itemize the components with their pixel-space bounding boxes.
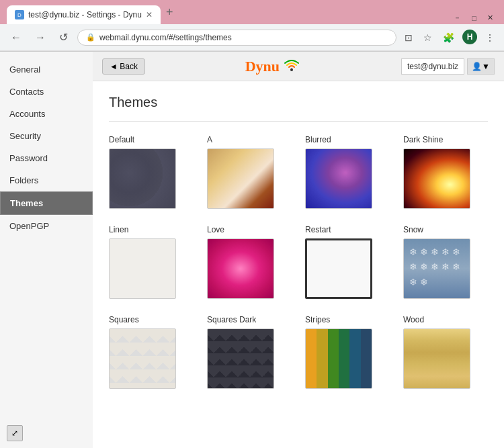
stripe-2 — [317, 329, 327, 388]
theme-snow-preview[interactable] — [403, 238, 470, 299]
theme-love-preview[interactable] — [207, 238, 274, 299]
theme-default[interactable]: Default — [109, 135, 194, 209]
theme-wood-label: Wood — [403, 315, 488, 324]
back-button[interactable]: ◄ Back — [102, 58, 145, 75]
theme-restart-preview[interactable] — [305, 238, 372, 299]
tab-bar: D test@dynu.biz - Settings - Dynu ✕ + － … — [0, 0, 504, 24]
content-area: Themes Default A Blurred — [93, 81, 504, 402]
user-avatar-icon: 👤▼ — [472, 62, 490, 71]
theme-restart-label: Restart — [305, 225, 390, 234]
theme-stripes-label: Stripes — [305, 315, 390, 324]
theme-squaresdark-label: Squares Dark — [207, 315, 292, 324]
stripe-6 — [361, 329, 372, 388]
profile-icon[interactable]: H — [462, 30, 477, 44]
active-tab[interactable]: D test@dynu.biz - Settings - Dynu ✕ — [7, 5, 161, 24]
sidebar-item-general[interactable]: General — [0, 58, 93, 81]
theme-snow-label: Snow — [403, 225, 488, 234]
theme-snow[interactable]: Snow — [403, 225, 488, 299]
brand-name: Dynu — [245, 58, 280, 75]
stripe-5 — [349, 329, 360, 388]
svg-point-0 — [290, 69, 293, 71]
reload-button[interactable]: ↺ — [55, 28, 72, 46]
theme-blurred-preview[interactable] — [305, 148, 372, 209]
theme-default-preview[interactable] — [109, 148, 176, 209]
brand-logo: Dynu — [245, 57, 301, 75]
minimize-button[interactable]: － — [450, 11, 465, 24]
user-area: test@dynu.biz 👤▼ — [401, 58, 495, 75]
divider — [109, 121, 488, 122]
theme-love-label: Love — [207, 225, 292, 234]
theme-squaresdark-preview[interactable] — [207, 328, 274, 389]
theme-a-preview[interactable] — [207, 148, 274, 209]
theme-default-label: Default — [109, 135, 194, 144]
stripe-4 — [339, 329, 349, 388]
theme-blurred-label: Blurred — [305, 135, 390, 144]
address-text: webmail.dynu.com/#/settings/themes — [99, 33, 388, 42]
theme-wood-preview[interactable] — [403, 328, 470, 389]
sidebar: General Contacts Accounts Security Passw… — [0, 52, 93, 448]
theme-stripes[interactable]: Stripes — [305, 315, 390, 389]
sidebar-item-contacts[interactable]: Contacts — [0, 81, 93, 103]
sidebar-item-security[interactable]: Security — [0, 125, 93, 147]
expand-button[interactable]: ⤢ — [7, 425, 23, 441]
new-tab-button[interactable]: + — [161, 5, 179, 19]
back-button[interactable]: ← — [7, 29, 26, 46]
maximize-button[interactable]: □ — [468, 13, 480, 24]
theme-a-label: A — [207, 135, 292, 144]
window-controls: － □ ✕ — [450, 11, 504, 24]
menu-icon[interactable]: ⋮ — [482, 30, 497, 46]
theme-a[interactable]: A — [207, 135, 292, 209]
lock-icon: 🔒 — [86, 33, 95, 42]
stripe-1 — [306, 329, 317, 388]
extensions-icon[interactable]: 🧩 — [440, 30, 457, 46]
sidebar-item-openpgp[interactable]: OpenPGP — [0, 215, 93, 237]
theme-darkshine[interactable]: Dark Shine — [403, 135, 488, 209]
theme-linen[interactable]: Linen — [109, 225, 194, 299]
main-content: ◄ Back Dynu test@dynu.biz 👤▼ — [93, 52, 504, 448]
close-button[interactable]: ✕ — [483, 12, 497, 24]
sidebar-item-themes[interactable]: Themes — [0, 191, 93, 215]
sidebar-item-accounts[interactable]: Accounts — [0, 103, 93, 125]
theme-linen-label: Linen — [109, 225, 194, 234]
theme-love[interactable]: Love — [207, 225, 292, 299]
forward-button[interactable]: → — [31, 29, 50, 46]
address-bar[interactable]: 🔒 webmail.dynu.com/#/settings/themes — [77, 30, 396, 46]
theme-squares-preview[interactable] — [109, 328, 176, 389]
stripe-3 — [328, 329, 339, 388]
theme-restart[interactable]: Restart — [305, 225, 390, 299]
tab-close-btn[interactable]: ✕ — [146, 10, 153, 19]
page-container: General Contacts Accounts Security Passw… — [0, 52, 504, 448]
theme-wood[interactable]: Wood — [403, 315, 488, 389]
themes-grid: Default A Blurred Dark Shine — [109, 135, 488, 389]
user-dropdown-button[interactable]: 👤▼ — [467, 58, 495, 75]
theme-squaresdark[interactable]: Squares Dark — [207, 315, 292, 389]
browser-toolbar: ⊡ ☆ 🧩 H ⋮ — [402, 30, 497, 46]
sidebar-item-password[interactable]: Password — [0, 147, 93, 169]
theme-stripes-preview[interactable] — [305, 328, 372, 389]
theme-darkshine-preview[interactable] — [403, 148, 470, 209]
wifi-icon — [282, 57, 301, 75]
page-title: Themes — [109, 95, 488, 110]
cast-icon[interactable]: ⊡ — [402, 30, 415, 46]
theme-squares[interactable]: Squares — [109, 315, 194, 389]
theme-linen-preview[interactable] — [109, 238, 176, 299]
user-email: test@dynu.biz — [401, 58, 464, 75]
theme-blurred[interactable]: Blurred — [305, 135, 390, 209]
top-bar: ◄ Back Dynu test@dynu.biz 👤▼ — [93, 52, 504, 81]
navigation-bar: ← → ↺ 🔒 webmail.dynu.com/#/settings/them… — [0, 24, 504, 51]
sidebar-item-folders[interactable]: Folders — [0, 169, 93, 191]
tab-title: test@dynu.biz - Settings - Dynu — [28, 10, 142, 19]
bookmark-icon[interactable]: ☆ — [421, 30, 435, 46]
tab-favicon: D — [15, 10, 24, 19]
theme-darkshine-label: Dark Shine — [403, 135, 488, 144]
theme-squares-label: Squares — [109, 315, 194, 324]
